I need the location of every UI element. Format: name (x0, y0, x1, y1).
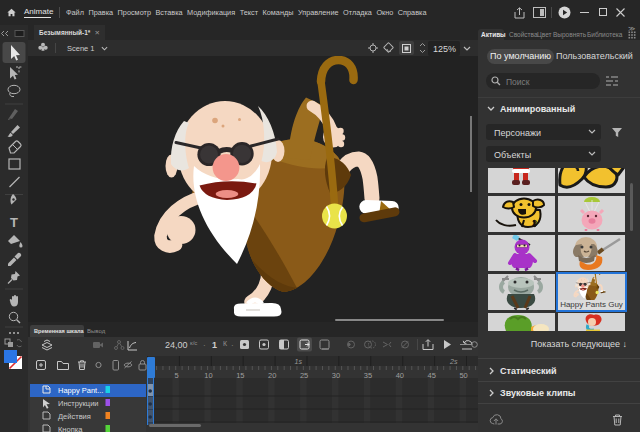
svg-text:24,00: 24,00 (165, 340, 188, 350)
svg-text:·: · (203, 341, 206, 350)
svg-text:2: 2 (532, 218, 537, 228)
svg-text:1s: 1s (295, 358, 303, 365)
svg-text:к/с: к/с (190, 340, 197, 346)
svg-text:Happy Pant...: Happy Pant... (58, 386, 103, 395)
svg-text:2s: 2s (449, 358, 458, 365)
svg-text:T: T (10, 215, 18, 230)
svg-text:1: 1 (212, 340, 217, 350)
svg-text:Кнопка: Кнопка (58, 425, 83, 432)
svg-text:Действия: Действия (58, 412, 91, 421)
svg-text:·: · (231, 341, 234, 350)
svg-text:Инструкции: Инструкции (58, 399, 99, 408)
svg-text:К: К (223, 340, 228, 347)
